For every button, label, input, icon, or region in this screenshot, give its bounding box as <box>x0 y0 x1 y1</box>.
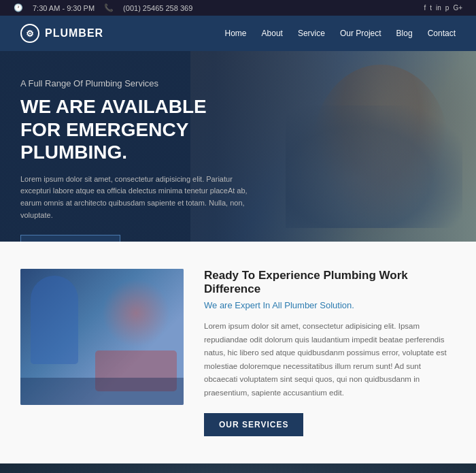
services-section: 🔧 PLUMBING 💧 DRAINS & SEWERS 🚰 WATER HEA… <box>0 463 476 473</box>
nav-service[interactable]: Service <box>298 29 325 38</box>
top-bar-right: f t in p G+ <box>424 4 462 12</box>
nav-our-project[interactable]: Our Project <box>340 29 381 38</box>
about-title: Ready To Experience Plumbing Work Differ… <box>204 269 456 296</box>
about-description: Lorem ipsum dolor sit amet, consectetur … <box>204 320 456 399</box>
hero-title: WE ARE AVAILABLE FOR EMERGENCY PLUMBING. <box>20 95 252 164</box>
phone-icon: 📞 <box>104 3 114 12</box>
twitter-icon[interactable]: t <box>430 4 432 12</box>
our-services-button[interactable]: OUR SERVICES <box>204 413 303 436</box>
logo-icon: ⚙ <box>20 24 39 43</box>
main-nav: Home About Service Our Project Blog Cont… <box>225 29 456 38</box>
logo-text: PLUMBER <box>45 27 103 39</box>
nav-blog[interactable]: Blog <box>396 29 413 38</box>
hero-subtitle: A Full Range Of Plumbing Services <box>20 78 252 88</box>
pinterest-icon[interactable]: p <box>445 4 449 12</box>
header: ⚙ PLUMBER Home About Service Our Project… <box>0 16 476 51</box>
about-content: Ready To Experience Plumbing Work Differ… <box>204 269 456 436</box>
explore-button[interactable]: EXPLORE NOW <box>20 235 120 242</box>
facebook-icon[interactable]: f <box>424 4 426 12</box>
about-subtitle: We are Expert In All Plumber Solution. <box>204 300 456 310</box>
logo: ⚙ PLUMBER <box>20 24 103 43</box>
phone-text: (001) 25465 258 369 <box>123 4 192 12</box>
linkedin-icon[interactable]: in <box>436 4 441 12</box>
about-image <box>20 269 184 405</box>
hero-content: A Full Range Of Plumbing Services WE ARE… <box>0 51 272 242</box>
about-section: Ready To Experience Plumbing Work Differ… <box>0 242 476 463</box>
clock-icon: 🕐 <box>14 3 23 12</box>
hours-text: 7:30 AM - 9:30 PM <box>33 4 95 12</box>
top-bar: 🕐 7:30 AM - 9:30 PM 📞 (001) 25465 258 36… <box>0 0 476 16</box>
nav-home[interactable]: Home <box>225 29 247 38</box>
hero-section: A Full Range Of Plumbing Services WE ARE… <box>0 51 476 242</box>
googleplus-icon[interactable]: G+ <box>453 4 462 12</box>
nav-contact[interactable]: Contact <box>428 29 456 38</box>
about-image-bg <box>20 269 184 405</box>
top-bar-left: 🕐 7:30 AM - 9:30 PM 📞 (001) 25465 258 36… <box>14 3 192 12</box>
hero-description: Lorem ipsum dolor sit amet, consectetur … <box>20 174 252 221</box>
nav-about[interactable]: About <box>262 29 283 38</box>
